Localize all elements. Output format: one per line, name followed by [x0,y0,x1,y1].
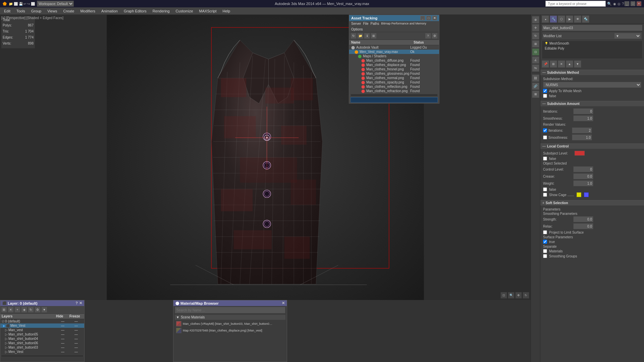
soft-selection-header[interactable]: + Soft Selection [540,200,644,205]
menu-help[interactable]: Help [220,8,233,14]
project-limit-check[interactable] [543,230,547,234]
control-level-field[interactable] [573,166,593,172]
stack-delete-btn[interactable]: ✕ [558,60,565,68]
layer-item-button05[interactable]: ▷ Man_shirt_button05 — — [0,332,84,337]
asset-grid-btn[interactable]: ⊞ [371,33,377,39]
search-icon[interactable]: 🔍 [607,2,612,6]
modifier-editable-poly[interactable]: Editable Poly [542,46,642,51]
viewport-zoom[interactable]: 🔍 [508,292,515,299]
smooth-result-check[interactable] [543,240,547,244]
ignore-backfacing-check[interactable] [543,157,547,161]
object-name-field[interactable] [542,24,643,31]
asset-item-displace[interactable]: ⬤ Man_clothes_displace.png Found [349,63,439,67]
menu-edit[interactable]: Edit [1,8,13,14]
layers-close-btn[interactable]: ✕ [79,301,82,305]
materials-check[interactable] [543,249,547,253]
asset-item-normal[interactable]: ⬤ Man_clothes_normal.png Found [349,76,439,80]
right-icon-rotate[interactable]: ↻ [532,32,539,40]
asset-menu-paths[interactable]: Paths [371,22,379,25]
layers-scrollbar[interactable] [1,355,84,357]
asset-menu-options[interactable]: Options [351,27,363,31]
layer-item-men-vest2[interactable]: ▷ Men_Vest — — [0,350,84,354]
menu-customize[interactable]: Customize [173,8,196,14]
right-icon-select[interactable]: ⊕ [532,16,539,23]
layer-item-default[interactable]: ☑ 0 (default) — — [0,319,84,323]
stack-unique-btn[interactable]: ⊞ [550,60,557,68]
weight-field[interactable] [573,180,593,186]
render-smoothness-check[interactable] [543,135,547,139]
layers-settings-btn[interactable]: ⚙ [35,307,41,313]
asset-menu-server[interactable]: Server [351,22,361,25]
isoline-display-check[interactable] [543,187,547,191]
sub-method-dropdown[interactable]: NURMS [543,82,641,88]
layers-add-selection-btn[interactable]: + [14,307,20,313]
asset-info-btn[interactable]: ℹ [364,33,370,39]
asset-refresh-btn[interactable]: ↻ [351,33,357,39]
smoothness-field[interactable] [573,115,593,121]
prop-create-tab[interactable]: ⬥ [542,15,549,23]
cage-color-blue[interactable] [584,192,589,197]
prop-display-tab[interactable]: 👁 [574,15,581,23]
stack-pin-btn[interactable]: 📌 [542,60,549,68]
layer-item-men-vest[interactable]: ▶ ⬛ Men_Vest — — [0,323,84,328]
menu-graph-editors[interactable]: Graph Editors [121,8,149,14]
smoothing-groups-check[interactable] [543,254,547,258]
mat-item-displace[interactable]: Map #2070297948 (Man_clothes_displace.pn… [175,327,285,334]
subdivision-method-header[interactable]: — Subdivision Method [540,70,644,75]
mat-search-input[interactable] [175,307,285,313]
render-iterations-field[interactable] [572,127,592,133]
layer-item-button03[interactable]: ▷ Man_shirt_button03 — — [0,345,84,350]
asset-menu-file[interactable]: File [363,22,368,25]
mat-browser-close-btn[interactable]: ✕ [282,301,285,305]
asset-item-max-file[interactable]: ⬤ Men_Vest_max_vray.max Ok [349,50,439,54]
layers-collapse-btn[interactable]: ▼ [41,307,47,313]
asset-tracking-restore-btn[interactable]: □ [426,16,431,20]
asset-tracking-close-btn[interactable]: ✕ [432,16,437,20]
right-icon-snap[interactable]: ⊡ [532,48,539,56]
layer-item-button04[interactable]: ▷ Man_shirt_button04 — — [0,337,84,341]
search-help[interactable]: ? [622,2,624,6]
asset-menu-bitmap[interactable]: Bitmap Performance and Memory [381,22,426,25]
layer-item-button06[interactable]: ▷ Man_shirt_button06 — — [0,341,84,345]
search-input[interactable] [545,1,606,7]
modifier-list-dropdown[interactable]: ▼ [614,33,641,39]
crease-field[interactable] [573,173,593,179]
layer-item-man-vest[interactable]: ▷ Man_vest — — [0,328,84,332]
right-icon-unlink[interactable]: 🔗 [532,82,539,90]
asset-tracking-minimize-btn[interactable]: _ [420,16,425,20]
strength-field[interactable] [573,216,593,222]
iterations-field[interactable] [573,108,593,114]
right-icon-percent[interactable]: % [532,64,539,72]
asset-help-btn[interactable]: ? [425,33,431,39]
menu-rendering[interactable]: Rendering [150,8,172,14]
menu-create[interactable]: Create [60,8,77,14]
subdivision-amount-header[interactable]: — Subdivision Amount [540,101,644,106]
right-icon-scale[interactable]: ⊞ [532,40,539,48]
layers-new-btn[interactable]: ⊞ [1,307,7,313]
layers-help-btn[interactable]: ? [75,301,78,305]
menu-modifiers[interactable]: Modifiers [77,8,98,14]
layers-refresh-btn[interactable]: ↻ [28,307,34,313]
right-icon-move[interactable]: ✛ [532,24,539,32]
asset-item-fresnel[interactable]: ⬤ Man_clothes_fresnel.png Found [349,67,439,71]
right-icon-link[interactable]: ⛓ [532,74,539,82]
asset-item-refraction[interactable]: ⬤ Man_clothes_refraction.png Found [349,89,439,93]
stack-move-down-btn[interactable]: ▼ [574,60,581,68]
menu-maxscript[interactable]: MAXScript [197,8,219,14]
prop-utilities-tab[interactable]: 🔩 [582,15,589,23]
menu-views[interactable]: Views [45,8,60,14]
old-style-mapping-check[interactable] [543,94,547,98]
asset-scrollbar[interactable] [351,94,438,97]
right-icon-angle[interactable]: ∠ [532,56,539,64]
layers-delete-btn[interactable]: ✕ [8,307,14,313]
restore-button[interactable]: □ [631,1,635,6]
close-button[interactable]: ✕ [637,1,641,6]
render-smoothness-field[interactable] [572,134,592,140]
relax-field[interactable] [573,223,593,229]
asset-item-vault[interactable]: ⬤ Autodesk Vault Logged Ou [349,45,439,50]
prop-modify-tab[interactable]: 🔧 [550,15,557,23]
viewport-orbit[interactable]: ↻ [523,292,529,299]
modifier-meshsmooth[interactable]: 💡 MeshSmooth [542,41,642,46]
right-icon-bind[interactable]: ⊠ [532,90,539,98]
search-option-1[interactable]: ◉ [613,2,616,6]
